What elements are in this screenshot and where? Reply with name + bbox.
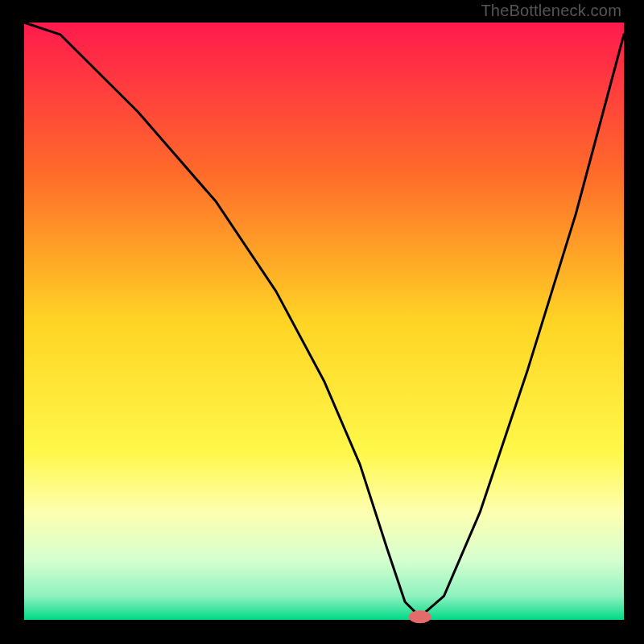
chart-frame: TheBottleneck.com: [0, 0, 644, 644]
chart-gradient-bg: [24, 23, 624, 620]
watermark-text: TheBottleneck.com: [481, 2, 621, 20]
bottleneck-chart: [0, 0, 644, 644]
optimal-point: [409, 610, 431, 623]
